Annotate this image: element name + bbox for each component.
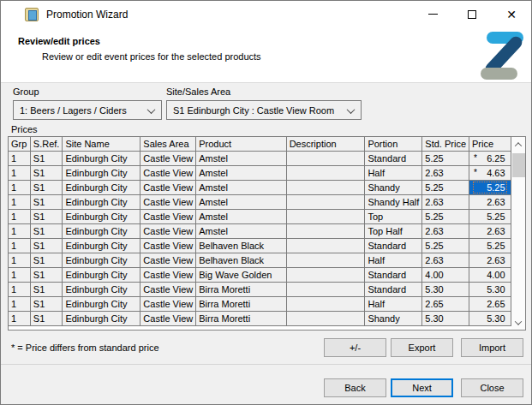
cell-portion[interactable]: Shandy [365,181,422,195]
export-button[interactable]: Export [391,338,453,357]
cell-sref[interactable]: S1 [30,253,63,268]
cell-price[interactable]: 2.63 [469,195,511,210]
cell-description[interactable] [286,195,365,210]
cell-site[interactable]: Edinburgh City [63,195,140,210]
cell-sref[interactable]: S1 [30,312,63,326]
close-button[interactable]: ✕ [492,1,531,27]
table-row[interactable]: 1S1Edinburgh CityCastle ViewAmstelShandy… [9,181,511,195]
cell-description[interactable] [286,283,365,297]
column-header[interactable]: Site Name [63,137,140,152]
cell-product[interactable]: Amstel [196,181,286,195]
cell-price[interactable]: 2.63 [469,224,511,239]
cell-portion[interactable]: Half [365,166,422,181]
cell-price[interactable]: 5.25 [469,239,511,253]
cell-area[interactable]: Castle View [140,195,196,210]
cell-area[interactable]: Castle View [140,224,196,239]
cell-product[interactable]: Amstel [196,195,286,210]
cell-site[interactable]: Edinburgh City [63,166,140,181]
cell-product[interactable]: Belhaven Black [196,239,286,253]
cell-sref[interactable]: S1 [30,297,63,312]
close-dialog-button[interactable]: Close [461,378,523,397]
cell-portion[interactable]: Half [365,297,422,312]
cell-sref[interactable]: S1 [30,283,63,297]
cell-description[interactable] [286,312,365,326]
cell-product[interactable]: Birra Moretti [196,297,286,312]
cell-portion[interactable]: Standard [365,283,422,297]
cell-portion[interactable]: Half [365,253,422,268]
cell-std-price[interactable]: 4.00 [422,268,469,283]
cell-area[interactable]: Castle View [140,283,196,297]
table-row[interactable]: 1S1Edinburgh CityCastle ViewAmstelTop Ha… [9,224,511,239]
column-header[interactable]: Product [196,137,286,152]
column-header[interactable]: Description [286,137,365,152]
plus-minus-button[interactable]: +/- [324,338,386,357]
import-button[interactable]: Import [461,338,523,357]
cell-portion[interactable]: Standard [365,268,422,283]
cell-grp[interactable]: 1 [9,239,31,253]
cell-std-price[interactable]: 5.30 [422,312,469,326]
cell-site[interactable]: Edinburgh City [63,297,140,312]
cell-std-price[interactable]: 2.65 [422,297,469,312]
table-row[interactable]: 1S1Edinburgh CityCastle ViewBirra Morett… [9,283,511,297]
cell-grp[interactable]: 1 [9,268,31,283]
table-row[interactable]: 1S1Edinburgh CityCastle ViewAmstelStanda… [9,152,511,166]
column-header[interactable]: Sales Area [140,137,196,152]
cell-site[interactable]: Edinburgh City [63,210,140,224]
cell-area[interactable]: Castle View [140,166,196,181]
table-row[interactable]: 1S1Edinburgh CityCastle ViewBig Wave Gol… [9,268,511,283]
cell-area[interactable]: Castle View [140,253,196,268]
cell-product[interactable]: Big Wave Golden [196,268,286,283]
cell-product[interactable]: Amstel [196,166,286,181]
cell-std-price[interactable]: 5.25 [422,152,469,166]
cell-grp[interactable]: 1 [9,312,31,326]
cell-sref[interactable]: S1 [30,181,63,195]
cell-portion[interactable]: Standard [365,152,422,166]
cell-area[interactable]: Castle View [140,297,196,312]
cell-product[interactable]: Amstel [196,224,286,239]
cell-std-price[interactable]: 5.25 [422,239,469,253]
cell-description[interactable] [286,210,365,224]
cell-grp[interactable]: 1 [9,210,31,224]
cell-grp[interactable]: 1 [9,283,31,297]
cell-price[interactable]: 5.30 [469,312,511,326]
cell-site[interactable]: Edinburgh City [63,224,140,239]
cell-std-price[interactable]: 2.63 [422,195,469,210]
minimize-button[interactable] [413,1,452,27]
scrollbar-thumb[interactable] [512,153,525,177]
cell-portion[interactable]: Shandy [365,312,422,326]
cell-area[interactable]: Castle View [140,210,196,224]
cell-description[interactable] [286,297,365,312]
cell-description[interactable] [286,268,365,283]
cell-area[interactable]: Castle View [140,152,196,166]
column-header[interactable]: S.Ref. [30,137,63,152]
cell-area[interactable]: Castle View [140,312,196,326]
back-button[interactable]: Back [324,378,386,397]
cell-price[interactable]: 4.00 [469,268,511,283]
column-header[interactable]: Portion [365,137,422,152]
cell-price[interactable]: *6.25 [469,152,511,166]
cell-site[interactable]: Edinburgh City [63,268,140,283]
cell-sref[interactable]: S1 [30,166,63,181]
group-dropdown[interactable]: 1: Beers / Lagers / Ciders [13,100,162,120]
scrollbar-up-button[interactable] [511,137,526,152]
cell-product[interactable]: Birra Moretti [196,312,286,326]
cell-site[interactable]: Edinburgh City [63,239,140,253]
cell-price[interactable]: 5.25 [469,181,511,195]
column-header[interactable]: Price [469,137,511,152]
cell-description[interactable] [286,152,365,166]
cell-site[interactable]: Edinburgh City [63,152,140,166]
scrollbar-down-button[interactable] [511,315,526,330]
cell-description[interactable] [286,181,365,195]
cell-portion[interactable]: Top [365,210,422,224]
cell-portion[interactable]: Shandy Half [365,195,422,210]
cell-std-price[interactable]: 5.25 [422,210,469,224]
cell-site[interactable]: Edinburgh City [63,253,140,268]
table-row[interactable]: 1S1Edinburgh CityCastle ViewBirra Morett… [9,312,511,326]
cell-grp[interactable]: 1 [9,253,31,268]
site-sales-area-dropdown[interactable]: S1 Edinburgh City : Castle View Room [166,100,362,120]
cell-std-price[interactable]: 2.63 [422,253,469,268]
cell-std-price[interactable]: 5.30 [422,283,469,297]
cell-product[interactable]: Birra Moretti [196,283,286,297]
cell-product[interactable]: Belhaven Black [196,253,286,268]
table-row[interactable]: 1S1Edinburgh CityCastle ViewAmstelHalf2.… [9,166,511,181]
